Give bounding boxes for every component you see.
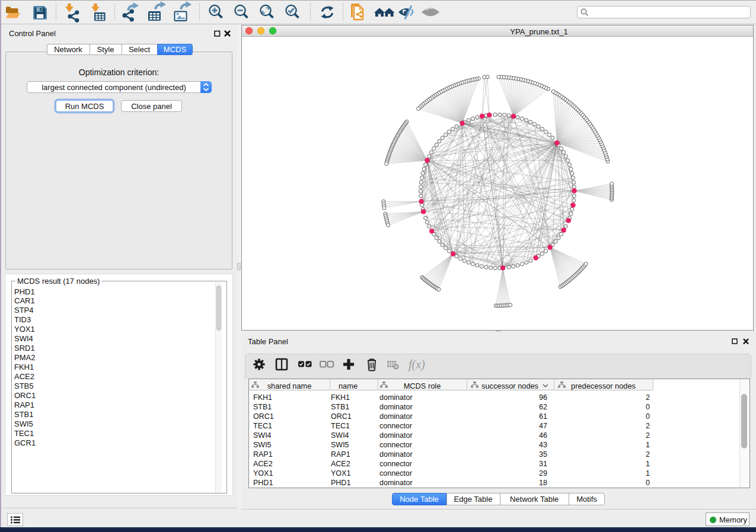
svg-text:f(x): f(x) (409, 358, 425, 371)
